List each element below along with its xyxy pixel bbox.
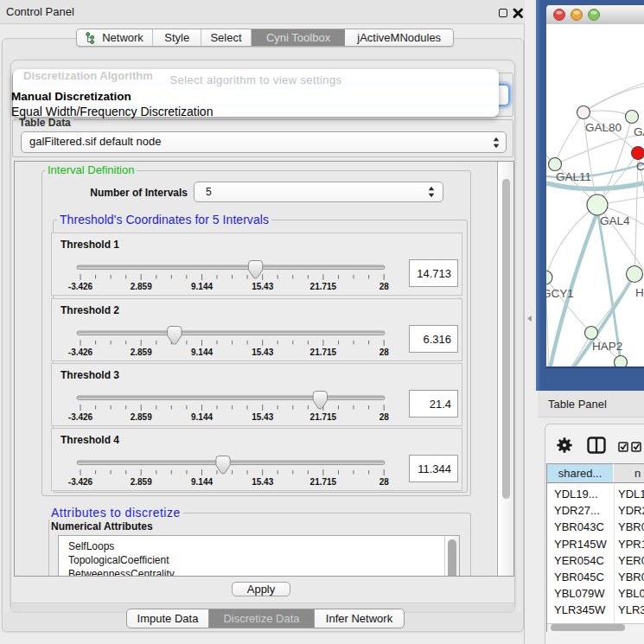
svg-text:21.715: 21.715 xyxy=(310,477,337,487)
svg-text:GAL4: GAL4 xyxy=(600,214,630,227)
svg-text:GAL11: GAL11 xyxy=(556,170,591,183)
svg-text:-3.426: -3.426 xyxy=(68,348,93,357)
svg-text:28: 28 xyxy=(379,282,390,291)
svg-text:9.144: 9.144 xyxy=(191,412,213,422)
svg-text:2.859: 2.859 xyxy=(131,412,152,422)
svg-text:15.43: 15.43 xyxy=(252,477,273,487)
svg-text:HAP2: HAP2 xyxy=(592,340,622,353)
svg-text:9.144: 9.144 xyxy=(191,282,213,291)
svg-text:2.859: 2.859 xyxy=(131,348,152,357)
svg-text:-3.426: -3.426 xyxy=(68,477,93,487)
svg-text:2.859: 2.859 xyxy=(131,477,152,487)
svg-text:C: C xyxy=(636,160,644,173)
svg-text:15.43: 15.43 xyxy=(252,282,273,291)
svg-text:21.715: 21.715 xyxy=(310,282,337,291)
svg-text:28: 28 xyxy=(379,348,390,357)
svg-text:-3.426: -3.426 xyxy=(68,412,93,422)
svg-text:28: 28 xyxy=(379,477,390,487)
svg-text:15.43: 15.43 xyxy=(252,348,273,357)
svg-text:-3.426: -3.426 xyxy=(68,282,93,291)
svg-text:21.715: 21.715 xyxy=(310,348,337,357)
svg-text:GAL80: GAL80 xyxy=(585,121,622,134)
svg-text:21.715: 21.715 xyxy=(310,412,337,422)
svg-text:15.43: 15.43 xyxy=(252,412,273,422)
svg-text:9.144: 9.144 xyxy=(191,477,213,487)
svg-text:2.859: 2.859 xyxy=(131,282,152,291)
svg-text:28: 28 xyxy=(379,412,390,422)
svg-text:9.144: 9.144 xyxy=(191,348,213,357)
svg-text:H: H xyxy=(635,286,644,299)
svg-text:GCY1: GCY1 xyxy=(546,287,574,300)
svg-text:GA: GA xyxy=(634,125,644,138)
